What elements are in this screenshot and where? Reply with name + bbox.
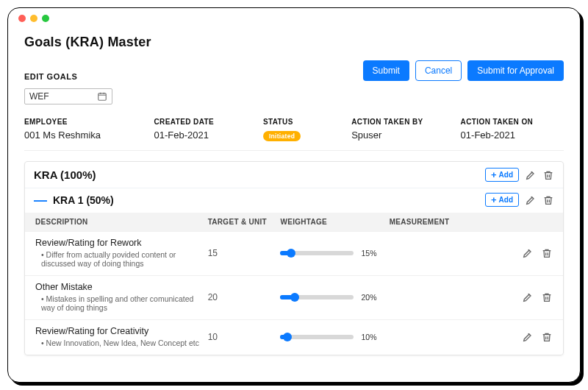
col-description: DESCRIPTION <box>35 218 208 226</box>
weight-slider[interactable] <box>280 251 354 255</box>
window-min-dot[interactable] <box>30 15 37 22</box>
kra-subgroup-header: — KRA 1 (50%) +Add <box>25 188 563 213</box>
kra-group-header: KRA (100%) +Add <box>25 162 563 188</box>
section-label: EDIT GOALS <box>24 72 77 81</box>
collapse-icon[interactable]: — <box>34 194 47 207</box>
action-by-value: Spuser <box>351 130 454 141</box>
page-title: Goals (KRA) Master <box>24 35 564 50</box>
meta-grid: EMPLOYEE 001 Ms Reshmika CREATED DATE 01… <box>24 118 564 151</box>
plus-icon: + <box>491 195 497 205</box>
delete-icon[interactable] <box>541 247 553 259</box>
cancel-button[interactable]: Cancel <box>415 60 462 81</box>
created-date-header: CREATED DATE <box>154 118 257 126</box>
action-buttons: Submit Cancel Submit for Approval <box>363 60 564 81</box>
row-note: • Mistakes in spelling and other comunic… <box>35 294 208 312</box>
app-window: Goals (KRA) Master EDIT GOALS Submit Can… <box>7 7 581 383</box>
svg-rect-0 <box>98 93 107 100</box>
delete-icon[interactable] <box>541 291 553 303</box>
kra-panel: KRA (100%) +Add — KRA 1 (50%) +Add <box>24 161 564 355</box>
weight-slider[interactable] <box>280 335 354 339</box>
employee-header: EMPLOYEE <box>24 118 148 126</box>
add-sub-kra-button[interactable]: +Add <box>485 193 519 207</box>
calendar-icon <box>97 91 107 102</box>
window-close-dot[interactable] <box>18 15 26 22</box>
row-note: • Differ from actually povided content o… <box>35 250 208 268</box>
table-row: Review/Rating for Creativity • New Innov… <box>25 319 563 355</box>
employee-value: 001 Ms Reshmika <box>24 130 148 141</box>
status-badge: Initiated <box>263 131 301 141</box>
table-row: Review/Rating for Rework • Differ from a… <box>25 231 563 275</box>
wef-value: WEF <box>29 91 49 102</box>
submit-button[interactable]: Submit <box>363 60 409 81</box>
edit-icon[interactable] <box>525 169 537 181</box>
delete-icon[interactable] <box>541 331 553 343</box>
delete-icon[interactable] <box>542 194 554 206</box>
kra-group-title: KRA (100%) <box>34 169 96 181</box>
kra-table-head: DESCRIPTION TARGET & UNIT WEIGHTAGE MEAS… <box>25 213 563 231</box>
kra-subgroup-title: KRA 1 (50%) <box>53 194 114 206</box>
page-content: Goals (KRA) Master EDIT GOALS Submit Can… <box>8 29 580 382</box>
add-kra-button[interactable]: +Add <box>485 168 519 182</box>
row-target: 15 <box>208 248 281 258</box>
window-titlebar <box>8 8 580 29</box>
col-target: TARGET & UNIT <box>208 218 281 226</box>
plus-icon: + <box>491 170 497 180</box>
row-target: 20 <box>208 292 281 302</box>
action-by-header: ACTION TAKEN BY <box>351 118 454 126</box>
row-title: Review/Rating for Creativity <box>35 326 208 336</box>
col-weightage: WEIGHTAGE <box>280 218 389 226</box>
row-title: Other Mistake <box>35 282 208 292</box>
edit-icon[interactable] <box>522 331 534 343</box>
col-measurement: MEASUREMENT <box>390 218 498 226</box>
delete-icon[interactable] <box>542 169 554 181</box>
row-target: 10 <box>208 332 281 342</box>
action-on-value: 01-Feb-2021 <box>461 130 564 141</box>
edit-icon[interactable] <box>525 194 537 206</box>
row-note: • New Innovation, New Idea, New Concept … <box>35 338 208 347</box>
table-row: Other Mistake • Mistakes in spelling and… <box>25 275 563 319</box>
status-header: STATUS <box>263 118 345 126</box>
edit-icon[interactable] <box>522 247 534 259</box>
weight-slider[interactable] <box>280 295 354 299</box>
submit-approval-button[interactable]: Submit for Approval <box>467 60 564 81</box>
weight-percent: 20% <box>361 293 376 302</box>
created-date-value: 01-Feb-2021 <box>154 130 257 141</box>
row-title: Review/Rating for Rework <box>35 238 208 248</box>
wef-date-input[interactable]: WEF <box>24 88 112 104</box>
weight-percent: 15% <box>361 249 376 258</box>
weight-percent: 10% <box>361 333 376 341</box>
action-on-header: ACTION TAKEN ON <box>461 118 564 126</box>
edit-icon[interactable] <box>522 291 534 303</box>
window-max-dot[interactable] <box>42 15 49 22</box>
